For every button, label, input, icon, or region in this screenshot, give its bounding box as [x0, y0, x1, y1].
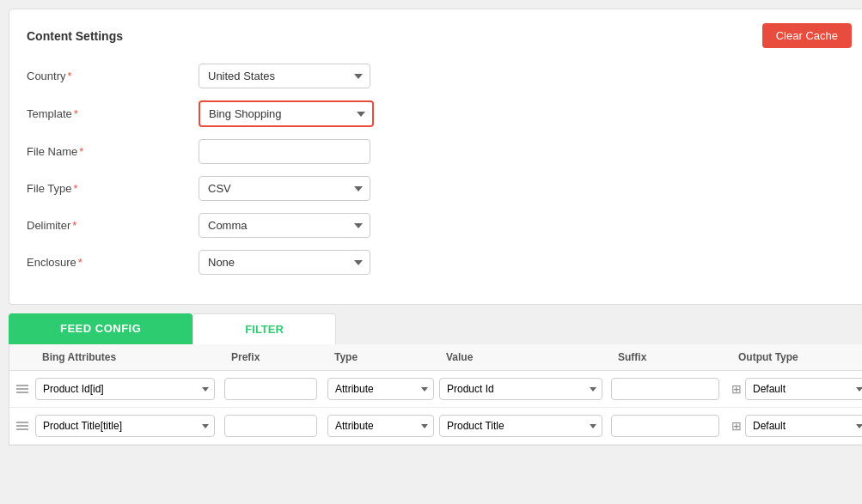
suffix-input-1[interactable]	[611, 378, 719, 400]
cell-suffix-1	[611, 378, 731, 400]
template-select-wrapper: Bing Shopping	[199, 100, 374, 127]
th-drag	[9, 351, 35, 363]
filename-row: File Name*	[27, 139, 852, 164]
th-output-type: Output Type	[731, 351, 862, 363]
main-content: Content Settings Clear Cache Country* Un…	[0, 0, 862, 504]
country-label: Country*	[27, 70, 199, 82]
table-row: Product Title[title] Attribute Product T…	[9, 408, 862, 445]
prefix-input-2[interactable]	[224, 415, 317, 437]
tabs-section: FEED CONFIG FILTER Bing Attributes Prefi…	[9, 313, 862, 446]
tab-filter[interactable]: FILTER	[193, 313, 336, 344]
attribute-select-1[interactable]: Product Id[id]	[35, 378, 215, 400]
filetype-select[interactable]: CSV	[199, 176, 370, 201]
grid-icon-1[interactable]: ⊞	[731, 382, 742, 396]
value-select-2[interactable]: Product Title	[439, 415, 602, 437]
cell-value-2: Product Title	[439, 415, 611, 437]
feed-config-table: Bing Attributes Prefix Type Value Suffix…	[9, 344, 862, 446]
tabs-bar: FEED CONFIG FILTER	[9, 313, 862, 344]
output-type-select-1[interactable]: Default	[745, 378, 862, 400]
output-type-select-2[interactable]: Default	[745, 415, 862, 437]
cell-prefix-2	[224, 415, 327, 437]
cell-prefix-1	[224, 378, 327, 400]
grid-icon-2[interactable]: ⊞	[731, 419, 742, 433]
th-prefix: Prefix	[224, 351, 327, 363]
cell-value-1: Product Id	[439, 378, 611, 400]
tab-feed-config[interactable]: FEED CONFIG	[9, 313, 193, 344]
card-header: Content Settings Clear Cache	[27, 23, 852, 48]
page-layout: Content Settings Clear Cache Country* Un…	[0, 0, 862, 504]
delimiter-row: Delimiter* Comma	[27, 213, 852, 238]
cell-output-type-2: ⊞ Default	[731, 415, 862, 437]
table-row: Product Id[id] Attribute Product Id	[9, 371, 862, 408]
cell-type-2: Attribute	[327, 415, 439, 437]
filetype-row: File Type* CSV	[27, 176, 852, 201]
th-value: Value	[439, 351, 611, 363]
attribute-select-2[interactable]: Product Title[title]	[35, 415, 215, 437]
filename-label: File Name*	[27, 145, 199, 158]
suffix-input-2[interactable]	[611, 415, 719, 437]
filename-input[interactable]	[199, 139, 370, 164]
delimiter-select[interactable]: Comma	[199, 213, 370, 238]
drag-handle-2[interactable]	[9, 422, 35, 430]
cell-output-type-1: ⊞ Default	[731, 378, 862, 400]
template-select[interactable]: Bing Shopping	[200, 102, 372, 125]
country-row: Country* United States	[27, 64, 852, 88]
content-settings-card: Content Settings Clear Cache Country* Un…	[9, 9, 862, 305]
table-header: Bing Attributes Prefix Type Value Suffix…	[9, 344, 862, 371]
clear-cache-button[interactable]: Clear Cache	[762, 23, 852, 48]
enclosure-label: Enclosure*	[27, 256, 199, 269]
drag-handle[interactable]	[9, 385, 35, 393]
template-row: Template* Bing Shopping	[27, 100, 852, 127]
filetype-label: File Type*	[27, 182, 199, 195]
type-select-1[interactable]: Attribute	[327, 378, 434, 400]
template-label: Template*	[27, 107, 199, 120]
value-select-1[interactable]: Product Id	[439, 378, 602, 400]
country-select[interactable]: United States	[199, 64, 370, 88]
enclosure-row: Enclosure* None	[27, 250, 852, 275]
cell-type-1: Attribute	[327, 378, 439, 400]
enclosure-select[interactable]: None	[199, 250, 370, 275]
cell-suffix-2	[611, 415, 731, 437]
delimiter-label: Delimiter*	[27, 219, 199, 232]
th-suffix: Suffix	[611, 351, 731, 363]
cell-bing-attribute-1: Product Id[id]	[35, 378, 224, 400]
th-type: Type	[327, 351, 439, 363]
card-title: Content Settings	[27, 29, 123, 43]
type-select-2[interactable]: Attribute	[327, 415, 434, 437]
th-bing-attributes: Bing Attributes	[35, 351, 224, 363]
cell-bing-attribute-2: Product Title[title]	[35, 415, 224, 437]
prefix-input-1[interactable]	[224, 378, 317, 400]
